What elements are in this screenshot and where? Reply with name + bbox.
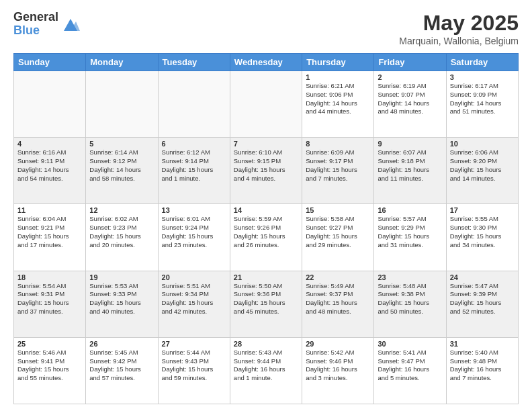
- day-number: 20: [162, 273, 226, 281]
- day-number: 27: [162, 340, 226, 348]
- day-info: Sunrise: 5:57 AMSunset: 9:29 PMDaylight:…: [378, 215, 442, 249]
- location: Marquain, Wallonia, Belgium: [399, 36, 519, 46]
- day-info: Sunrise: 6:09 AMSunset: 9:17 PMDaylight:…: [306, 148, 370, 183]
- day-info: Sunrise: 5:42 AMSunset: 9:46 PMDaylight:…: [306, 349, 370, 383]
- day-info: Sunrise: 5:58 AMSunset: 9:27 PMDaylight:…: [306, 215, 370, 249]
- calendar-cell: 26Sunrise: 5:45 AMSunset: 9:42 PMDayligh…: [86, 337, 158, 404]
- day-info: Sunrise: 6:19 AMSunset: 9:07 PMDaylight:…: [378, 82, 442, 116]
- week-row-1: 1Sunrise: 6:21 AMSunset: 9:06 PMDaylight…: [14, 71, 519, 138]
- day-number: 8: [306, 140, 370, 148]
- day-info: Sunrise: 6:10 AMSunset: 9:15 PMDaylight:…: [234, 148, 298, 183]
- day-number: 26: [89, 340, 154, 348]
- day-info: Sunrise: 5:46 AMSunset: 9:41 PMDaylight:…: [17, 349, 82, 383]
- calendar-cell: [230, 71, 302, 138]
- day-info: Sunrise: 6:12 AMSunset: 9:14 PMDaylight:…: [162, 148, 226, 183]
- day-number: 25: [17, 340, 82, 348]
- day-info: Sunrise: 5:40 AMSunset: 9:48 PMDaylight:…: [450, 349, 515, 383]
- day-info: Sunrise: 6:17 AMSunset: 9:09 PMDaylight:…: [450, 82, 515, 116]
- day-info: Sunrise: 5:48 AMSunset: 9:38 PMDaylight:…: [378, 282, 442, 316]
- calendar-cell: 8Sunrise: 6:09 AMSunset: 9:17 PMDaylight…: [302, 138, 374, 204]
- logo-general: General: [13, 11, 58, 24]
- calendar-cell: 13Sunrise: 6:01 AMSunset: 9:24 PMDayligh…: [158, 204, 230, 271]
- day-number: 13: [162, 206, 226, 214]
- day-number: 21: [234, 273, 298, 281]
- day-number: 14: [234, 206, 298, 214]
- page: General Blue May 2025 Marquain, Wallonia…: [0, 0, 532, 411]
- day-number: 18: [17, 273, 82, 281]
- day-info: Sunrise: 6:16 AMSunset: 9:11 PMDaylight:…: [17, 148, 82, 183]
- calendar-cell: 20Sunrise: 5:51 AMSunset: 9:34 PMDayligh…: [158, 271, 230, 337]
- logo-icon: [61, 15, 80, 34]
- day-number: 31: [450, 340, 515, 348]
- title-block: May 2025 Marquain, Wallonia, Belgium: [399, 11, 519, 46]
- day-number: 24: [450, 273, 515, 281]
- day-info: Sunrise: 6:21 AMSunset: 9:06 PMDaylight:…: [306, 82, 370, 116]
- calendar-cell: 19Sunrise: 5:53 AMSunset: 9:33 PMDayligh…: [86, 271, 158, 337]
- weekday-header-saturday: Saturday: [446, 54, 518, 71]
- logo-text: General Blue: [13, 11, 58, 38]
- day-number: 11: [17, 206, 82, 214]
- calendar-cell: [14, 71, 86, 138]
- day-number: 7: [234, 140, 298, 148]
- calendar-cell: 29Sunrise: 5:42 AMSunset: 9:46 PMDayligh…: [302, 337, 374, 404]
- day-number: 2: [378, 73, 442, 81]
- calendar-cell: 23Sunrise: 5:48 AMSunset: 9:38 PMDayligh…: [374, 271, 446, 337]
- day-info: Sunrise: 5:53 AMSunset: 9:33 PMDaylight:…: [89, 282, 154, 316]
- day-number: 17: [450, 206, 515, 214]
- day-info: Sunrise: 6:01 AMSunset: 9:24 PMDaylight:…: [162, 215, 226, 249]
- header: General Blue May 2025 Marquain, Wallonia…: [13, 11, 519, 46]
- day-info: Sunrise: 6:14 AMSunset: 9:12 PMDaylight:…: [89, 148, 154, 183]
- day-number: 29: [306, 340, 370, 348]
- calendar-cell: 11Sunrise: 6:04 AMSunset: 9:21 PMDayligh…: [14, 204, 86, 271]
- day-info: Sunrise: 6:07 AMSunset: 9:18 PMDaylight:…: [378, 148, 442, 183]
- day-number: 28: [234, 340, 298, 348]
- calendar-table: SundayMondayTuesdayWednesdayThursdayFrid…: [13, 53, 519, 404]
- calendar-cell: 4Sunrise: 6:16 AMSunset: 9:11 PMDaylight…: [14, 138, 86, 204]
- calendar-cell: 15Sunrise: 5:58 AMSunset: 9:27 PMDayligh…: [302, 204, 374, 271]
- day-info: Sunrise: 6:04 AMSunset: 9:21 PMDaylight:…: [17, 215, 82, 249]
- calendar-cell: 10Sunrise: 6:06 AMSunset: 9:20 PMDayligh…: [446, 138, 518, 204]
- calendar-cell: [86, 71, 158, 138]
- weekday-header-friday: Friday: [374, 54, 446, 71]
- calendar-cell: 5Sunrise: 6:14 AMSunset: 9:12 PMDaylight…: [86, 138, 158, 204]
- calendar-cell: 6Sunrise: 6:12 AMSunset: 9:14 PMDaylight…: [158, 138, 230, 204]
- calendar-cell: 2Sunrise: 6:19 AMSunset: 9:07 PMDaylight…: [374, 71, 446, 138]
- logo-blue: Blue: [13, 24, 58, 38]
- day-info: Sunrise: 5:54 AMSunset: 9:31 PMDaylight:…: [17, 282, 82, 316]
- week-row-4: 18Sunrise: 5:54 AMSunset: 9:31 PMDayligh…: [14, 271, 519, 337]
- calendar-cell: 16Sunrise: 5:57 AMSunset: 9:29 PMDayligh…: [374, 204, 446, 271]
- day-info: Sunrise: 6:02 AMSunset: 9:23 PMDaylight:…: [89, 215, 154, 249]
- calendar-cell: 31Sunrise: 5:40 AMSunset: 9:48 PMDayligh…: [446, 337, 518, 404]
- day-number: 6: [162, 140, 226, 148]
- day-number: 3: [450, 73, 515, 81]
- weekday-header-row: SundayMondayTuesdayWednesdayThursdayFrid…: [14, 54, 519, 71]
- month-title: May 2025: [399, 11, 519, 36]
- day-number: 4: [17, 140, 82, 148]
- calendar-cell: 28Sunrise: 5:43 AMSunset: 9:44 PMDayligh…: [230, 337, 302, 404]
- calendar-cell: 17Sunrise: 5:55 AMSunset: 9:30 PMDayligh…: [446, 204, 518, 271]
- calendar-cell: 24Sunrise: 5:47 AMSunset: 9:39 PMDayligh…: [446, 271, 518, 337]
- calendar-cell: 1Sunrise: 6:21 AMSunset: 9:06 PMDaylight…: [302, 71, 374, 138]
- weekday-header-monday: Monday: [86, 54, 158, 71]
- day-info: Sunrise: 5:43 AMSunset: 9:44 PMDaylight:…: [234, 349, 298, 383]
- day-info: Sunrise: 5:55 AMSunset: 9:30 PMDaylight:…: [450, 215, 515, 249]
- calendar-cell: [158, 71, 230, 138]
- week-row-3: 11Sunrise: 6:04 AMSunset: 9:21 PMDayligh…: [14, 204, 519, 271]
- calendar-cell: 14Sunrise: 5:59 AMSunset: 9:26 PMDayligh…: [230, 204, 302, 271]
- weekday-header-wednesday: Wednesday: [230, 54, 302, 71]
- week-row-2: 4Sunrise: 6:16 AMSunset: 9:11 PMDaylight…: [14, 138, 519, 204]
- day-number: 16: [378, 206, 442, 214]
- day-info: Sunrise: 5:44 AMSunset: 9:43 PMDaylight:…: [162, 349, 226, 383]
- day-info: Sunrise: 5:45 AMSunset: 9:42 PMDaylight:…: [89, 349, 154, 383]
- calendar-cell: 7Sunrise: 6:10 AMSunset: 9:15 PMDaylight…: [230, 138, 302, 204]
- day-number: 19: [89, 273, 154, 281]
- calendar-cell: 18Sunrise: 5:54 AMSunset: 9:31 PMDayligh…: [14, 271, 86, 337]
- calendar-cell: 25Sunrise: 5:46 AMSunset: 9:41 PMDayligh…: [14, 337, 86, 404]
- calendar-cell: 27Sunrise: 5:44 AMSunset: 9:43 PMDayligh…: [158, 337, 230, 404]
- day-number: 15: [306, 206, 370, 214]
- calendar-cell: 9Sunrise: 6:07 AMSunset: 9:18 PMDaylight…: [374, 138, 446, 204]
- day-number: 12: [89, 206, 154, 214]
- day-number: 23: [378, 273, 442, 281]
- day-info: Sunrise: 6:06 AMSunset: 9:20 PMDaylight:…: [450, 148, 515, 183]
- calendar-cell: 12Sunrise: 6:02 AMSunset: 9:23 PMDayligh…: [86, 204, 158, 271]
